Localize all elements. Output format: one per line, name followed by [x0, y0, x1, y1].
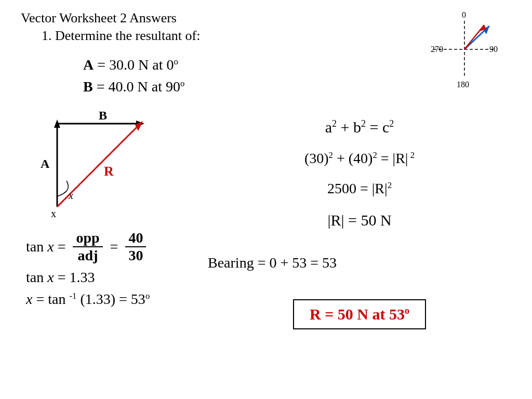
svg-text:A: A	[41, 157, 50, 170]
vector-diagram: B A x R	[31, 108, 187, 224]
compass-diagram: 0 90 180 270	[428, 10, 501, 94]
svg-line-8	[464, 25, 484, 49]
svg-text:R: R	[104, 164, 114, 179]
magnitude-eq: |R| = 50 N	[208, 206, 511, 234]
svg-text:x: x	[51, 208, 56, 219]
svg-text:270: 270	[431, 45, 443, 54]
svg-text:90: 90	[489, 45, 498, 54]
svg-text:180: 180	[457, 80, 469, 89]
bearing-eq: Bearing = 0 + 53 = 53	[208, 250, 511, 276]
svg-text:0: 0	[462, 10, 466, 19]
tan-eq-3: x = tan -1 (1.33) = 53o	[26, 291, 187, 308]
tan-eq-2: tan x = 1.33	[26, 269, 187, 286]
simplify-eq: 2500 = |R|2	[208, 176, 511, 202]
pythagorean-eq: a2 + b2 = c2	[208, 113, 511, 141]
final-result-box: R = 50 N at 53o	[293, 299, 426, 329]
expand-eq: (30)2 + (40)2 = |R| 2	[208, 145, 511, 171]
svg-text:B: B	[99, 109, 107, 122]
svg-text:x: x	[68, 190, 73, 201]
tan-eq-1: tan x = opp adj = 40 30	[26, 230, 187, 264]
